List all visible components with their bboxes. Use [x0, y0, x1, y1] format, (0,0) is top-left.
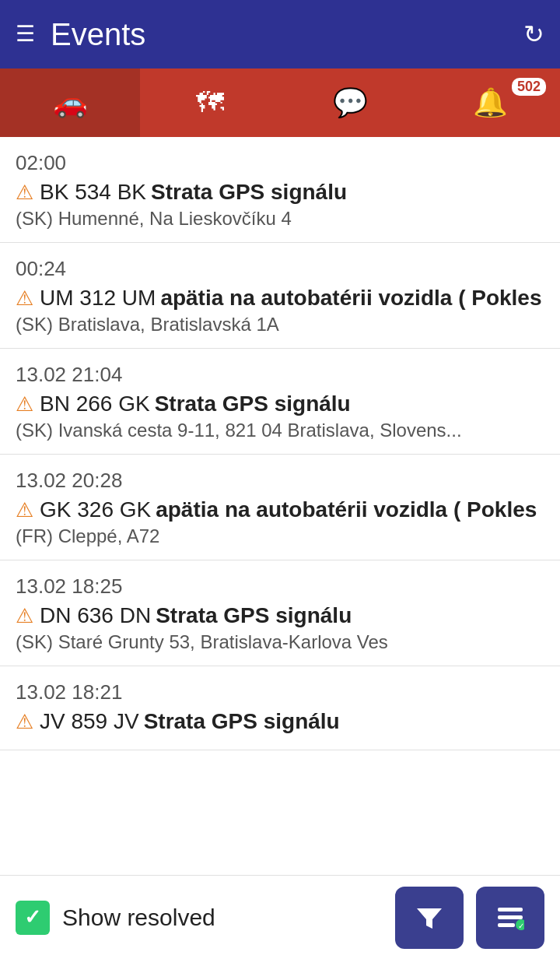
event-location: (FR) Cleppé, A72: [16, 525, 544, 547]
event-title-row: ⚠BK 534 BKStrata GPS signálu: [16, 180, 544, 205]
event-title-row: ⚠UM 312 UMapätia na autobatérii vozidla …: [16, 286, 544, 311]
bottom-bar: ✓ Show resolved ✓: [0, 875, 560, 959]
event-alert: Strata GPS signálu: [156, 603, 352, 628]
event-location: (SK) Humenné, Na Lieskovčíku 4: [16, 208, 544, 230]
event-alert: Strata GPS signálu: [155, 392, 351, 416]
event-item-0[interactable]: 02:00⚠BK 534 BKStrata GPS signálu(SK) Hu…: [0, 137, 560, 243]
event-alert: Strata GPS signálu: [151, 180, 347, 205]
event-item-2[interactable]: 13.02 21:04⚠BN 266 GKStrata GPS signálu(…: [0, 349, 560, 455]
event-plate: UM 312 UM: [40, 286, 156, 311]
messages-icon: 💬: [333, 86, 368, 119]
list-view-button[interactable]: ✓: [476, 887, 544, 949]
event-title-row: ⚠JV 859 JVStrata GPS signálu: [16, 709, 544, 734]
svg-rect-2: [498, 915, 523, 919]
event-plate: GK 326 GK: [40, 497, 151, 522]
svg-rect-3: [498, 923, 515, 927]
warning-icon: ⚠: [16, 392, 33, 416]
event-plate: BN 266 GK: [40, 392, 150, 416]
event-time: 00:24: [16, 257, 544, 281]
show-resolved-toggle[interactable]: ✓ Show resolved: [16, 901, 383, 935]
bell-icon: 🔔: [473, 86, 508, 119]
warning-icon: ⚠: [16, 181, 33, 205]
menu-icon[interactable]: ☰: [16, 23, 35, 45]
checkmark-icon: ✓: [24, 905, 41, 929]
event-location: (SK) Staré Grunty 53, Bratislava-Karlova…: [16, 631, 544, 653]
event-alert: apätia na autobatérii vozidla ( Pokles: [156, 497, 537, 522]
warning-icon: ⚠: [16, 710, 33, 734]
tab-map[interactable]: 🗺: [140, 68, 280, 137]
svg-text:✓: ✓: [518, 922, 524, 930]
event-item-5[interactable]: 13.02 18:21⚠JV 859 JVStrata GPS signálu: [0, 666, 560, 750]
event-time: 13.02 18:21: [16, 680, 544, 704]
event-location: (SK) Bratislava, Bratislavská 1A: [16, 314, 544, 335]
list-view-icon: ✓: [496, 904, 524, 932]
tab-messages[interactable]: 💬: [280, 68, 420, 137]
map-icon: 🗺: [196, 86, 224, 119]
filter-icon: [415, 904, 443, 932]
vehicles-icon: 🚗: [53, 86, 88, 119]
event-plate: DN 636 DN: [40, 603, 151, 628]
event-time: 13.02 21:04: [16, 363, 544, 387]
tab-vehicles[interactable]: 🚗: [0, 68, 140, 137]
event-plate: JV 859 JV: [40, 709, 139, 734]
event-alert: Strata GPS signálu: [144, 709, 340, 734]
event-item-3[interactable]: 13.02 20:28⚠GK 326 GKapätia na autobatér…: [0, 455, 560, 560]
events-list: 02:00⚠BK 534 BKStrata GPS signálu(SK) Hu…: [0, 137, 560, 844]
refresh-icon[interactable]: ↻: [523, 19, 544, 49]
event-time: 02:00: [16, 151, 544, 175]
checkbox[interactable]: ✓: [16, 901, 50, 935]
warning-icon: ⚠: [16, 286, 33, 311]
event-item-1[interactable]: 00:24⚠UM 312 UMapätia na autobatérii voz…: [0, 243, 560, 349]
event-alert: apätia na autobatérii vozidla ( Pokles: [160, 286, 541, 311]
event-title-row: ⚠GK 326 GKapätia na autobatérii vozidla …: [16, 497, 544, 522]
filter-button[interactable]: [395, 887, 464, 949]
svg-rect-1: [498, 908, 523, 912]
page-title: Events: [51, 17, 523, 52]
event-title-row: ⚠DN 636 DNStrata GPS signálu: [16, 603, 544, 628]
tab-alerts[interactable]: 🔔 502: [420, 68, 560, 137]
event-time: 13.02 18:25: [16, 574, 544, 599]
event-location: (SK) Ivanská cesta 9-11, 821 04 Bratisla…: [16, 420, 544, 441]
event-item-4[interactable]: 13.02 18:25⚠DN 636 DNStrata GPS signálu(…: [0, 560, 560, 666]
event-time: 13.02 20:28: [16, 469, 544, 493]
svg-marker-0: [417, 908, 442, 929]
event-title-row: ⚠BN 266 GKStrata GPS signálu: [16, 392, 544, 416]
show-resolved-label: Show resolved: [62, 905, 215, 931]
alerts-badge: 502: [512, 78, 546, 96]
event-plate: BK 534 BK: [40, 180, 146, 205]
header: ☰ Events ↻: [0, 0, 560, 68]
tab-bar: 🚗 🗺 💬 🔔 502: [0, 68, 560, 137]
warning-icon: ⚠: [16, 498, 33, 522]
warning-icon: ⚠: [16, 604, 33, 628]
